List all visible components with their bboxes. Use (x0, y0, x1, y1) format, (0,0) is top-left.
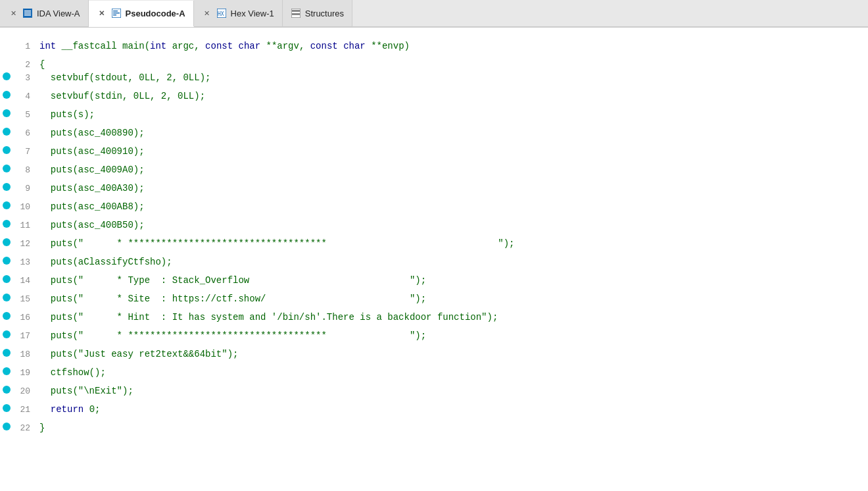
tab-close-hex[interactable]: ✕ (202, 8, 212, 18)
code-line: 21 return 0; (0, 399, 868, 417)
code-text: puts(asc_400AB8); (37, 197, 145, 216)
line-number: 6 (13, 124, 37, 143)
pseudo-view-icon (111, 8, 122, 18)
line-number: 17 (13, 327, 37, 346)
breakpoint-dot[interactable] (0, 380, 13, 399)
line-number: 21 (13, 401, 37, 419)
tab-close-ida[interactable]: ✕ (8, 8, 18, 18)
line-number: 19 (13, 364, 37, 382)
code-text: puts(asc_400910); (37, 142, 145, 161)
hex-view-icon: HX (216, 8, 227, 18)
svg-rect-7 (113, 14, 116, 16)
breakpoint-dot[interactable] (0, 215, 13, 233)
code-line: 15 puts(" * Site : https://ctf.show/ "); (0, 288, 868, 307)
breakpoint-dot[interactable] (0, 307, 13, 325)
line-number: 14 (13, 272, 37, 290)
code-text: } (37, 419, 45, 437)
breakpoint-dot[interactable] (0, 141, 13, 159)
code-text: puts(asc_400890); (37, 124, 145, 142)
code-text: puts("\nExit"); (37, 382, 133, 400)
line-number: 8 (13, 161, 37, 180)
line-number: 13 (13, 253, 37, 272)
line-number: 20 (13, 382, 37, 401)
code-line: 16 puts(" * Hint : It has system and '/b… (0, 307, 868, 325)
svg-rect-11 (292, 10, 300, 12)
code-line: 13 puts(aClassifyCtfsho); (0, 251, 868, 270)
code-line: 8 puts(asc_4009A0); (0, 159, 868, 178)
svg-rect-6 (113, 13, 120, 14)
breakpoint-dot[interactable] (0, 288, 13, 307)
ida-view-icon (22, 8, 33, 18)
code-line: 9 puts(asc_400A30); (0, 178, 868, 196)
code-text: puts(asc_4009A0); (37, 161, 145, 179)
line-number: 15 (13, 290, 37, 309)
breakpoint-dot[interactable] (0, 178, 13, 196)
code-text: int __fastcall main(int argc, const char… (37, 37, 410, 55)
tab-label-ida: IDA View-A (37, 9, 80, 18)
tab-label-pseudo: Pseudocode-A (126, 9, 185, 18)
breakpoint-dot[interactable] (0, 104, 13, 122)
tab-close-pseudo[interactable]: ✕ (97, 8, 107, 18)
svg-text:HX: HX (218, 11, 224, 17)
breakpoint-dot[interactable] (0, 196, 13, 215)
line-number: 7 (13, 143, 37, 161)
svg-rect-5 (113, 11, 118, 12)
code-line: 20 puts("\nExit"); (0, 380, 868, 399)
line-number: 5 (13, 106, 37, 124)
code-text: puts(aClassifyCtfsho); (37, 253, 172, 271)
breakpoint-dot[interactable] (0, 86, 13, 104)
line-number: 22 (13, 419, 37, 438)
line-number: 1 (13, 38, 37, 56)
svg-rect-1 (24, 11, 31, 12)
breakpoint-dot[interactable] (0, 362, 13, 380)
line-number: 10 (13, 198, 37, 217)
code-line: 17 puts(" * ****************************… (0, 325, 868, 344)
breakpoint-dot[interactable] (0, 399, 13, 417)
code-line: 3 setvbuf(stdout, 0LL, 2, 0LL); (0, 67, 868, 86)
breakpoint-dot[interactable] (0, 251, 13, 270)
code-text: setvbuf(stdin, 0LL, 2, 0LL); (37, 87, 205, 105)
code-line: 18 puts("Just easy ret2text&&64bit"); (0, 344, 868, 362)
tab-ida-view-a[interactable]: ✕ IDA View-A (0, 0, 89, 26)
code-text: puts(s); (37, 105, 95, 124)
breakpoint-dot[interactable] (0, 325, 13, 344)
code-text: puts(" * Hint : It has system and '/bin/… (37, 308, 498, 326)
code-text: puts(asc_400A30); (37, 179, 145, 197)
code-line: 4 setvbuf(stdin, 0LL, 2, 0LL); (0, 86, 868, 104)
code-text: puts(" * *******************************… (37, 326, 426, 345)
code-line: 19 ctfshow(); (0, 362, 868, 380)
tab-pseudocode-a[interactable]: ✕ Pseudocode-A (89, 1, 194, 27)
code-line: 10 puts(asc_400AB8); (0, 196, 868, 215)
breakpoint-dot[interactable] (0, 344, 13, 362)
code-text: setvbuf(stdout, 0LL, 2, 0LL); (37, 68, 210, 87)
tab-structures[interactable]: Structures (283, 0, 352, 26)
tab-hex-view-1[interactable]: ✕ HX Hex View-1 (194, 0, 283, 26)
breakpoint-dot[interactable] (0, 122, 13, 141)
line-number: 9 (13, 180, 37, 198)
code-line: 14 puts(" * Type : Stack_Overflow "); (0, 270, 868, 288)
code-line: 22 } (0, 417, 868, 436)
breakpoint-dot[interactable] (0, 417, 13, 436)
line-number: 12 (13, 235, 37, 253)
code-line: 12 puts(" * ****************************… (0, 233, 868, 251)
code-line: 7 puts(asc_400910); (0, 141, 868, 159)
code-line: 5 puts(s); (0, 104, 868, 122)
code-text: ctfshow(); (37, 363, 106, 382)
code-text: puts("Just easy ret2text&&64bit"); (37, 345, 238, 363)
line-number: 4 (13, 88, 37, 106)
svg-rect-12 (292, 13, 300, 15)
code-text: puts(" * Site : https://ctf.show/ "); (37, 290, 426, 308)
tab-label-struct: Structures (305, 9, 344, 18)
breakpoint-dot[interactable] (0, 159, 13, 178)
code-line: 11 puts(asc_400B50); (0, 215, 868, 233)
tab-label-hex: Hex View-1 (231, 9, 274, 18)
breakpoint-dot[interactable] (0, 233, 13, 251)
line-number: 16 (13, 309, 37, 327)
code-line: 1 int __fastcall main(int argc, const ch… (0, 30, 868, 49)
code-editor: 1 int __fastcall main(int argc, const ch… (0, 28, 868, 491)
code-line: 6 puts(asc_400890); (0, 122, 868, 141)
code-text: puts(" * *******************************… (37, 234, 515, 253)
breakpoint-dot (0, 30, 13, 49)
breakpoint-dot[interactable] (0, 270, 13, 288)
breakpoint-dot[interactable] (0, 67, 13, 86)
